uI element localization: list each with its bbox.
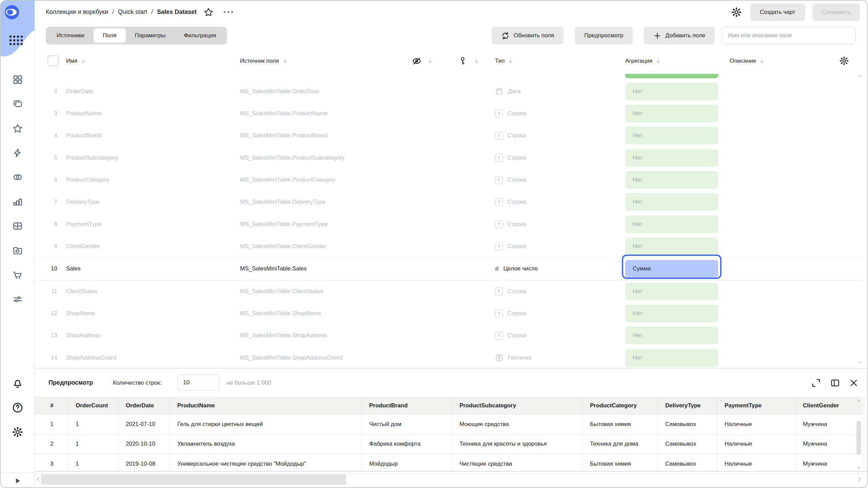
sort-arrow-icon[interactable] xyxy=(508,58,513,64)
save-button[interactable]: Сохранить xyxy=(812,3,860,21)
aggregation-select[interactable]: Нет xyxy=(625,149,718,167)
scroll-right-icon[interactable] xyxy=(856,476,862,482)
nav-dashboards-icon[interactable] xyxy=(10,220,25,232)
field-row-ClientGender[interactable]: 9ClientGenderMS_SalesMiniTable.ClientGen… xyxy=(35,235,863,257)
more-menu-icon[interactable] xyxy=(224,11,233,13)
field-row-ProductBrand[interactable]: 4ProductBrandMS_SalesMiniTable.ProductBr… xyxy=(35,125,863,147)
field-row-ClientStatus[interactable]: 11ClientStatusMS_SalesMiniTable.ClientSt… xyxy=(35,280,863,302)
field-row-ShopAddressCoord[interactable]: 14ShopAddressCoordMS_SalesMiniTable.Shop… xyxy=(35,347,863,368)
aggregation-select[interactable]: Нет xyxy=(625,105,718,122)
hidden-eye-icon[interactable] xyxy=(412,56,421,66)
nav-datasets-icon[interactable] xyxy=(10,171,25,183)
aggregation-select[interactable]: Нет xyxy=(625,127,718,144)
expand-sidebar-icon[interactable] xyxy=(14,477,22,485)
field-name[interactable]: ProductSubcategory xyxy=(66,147,118,169)
column-description[interactable]: Описание xyxy=(730,58,756,64)
sort-arrow-icon[interactable] xyxy=(474,58,479,64)
nav-storage-icon[interactable] xyxy=(10,245,25,256)
field-name[interactable]: ShopAddressCoord xyxy=(66,347,116,368)
field-type[interactable]: #Целое число xyxy=(495,258,538,280)
field-name[interactable]: ShopAddress xyxy=(66,325,101,347)
aggregation-select[interactable]: Нет xyxy=(625,238,718,255)
column-aggregation[interactable]: Агрегация xyxy=(625,58,652,64)
close-preview-icon[interactable] xyxy=(849,378,859,388)
breadcrumb-workbook[interactable]: Quick start xyxy=(118,8,147,16)
datalens-logo[interactable] xyxy=(4,5,19,20)
notifications-bell-icon[interactable] xyxy=(10,378,25,389)
vertical-scrollbar[interactable] xyxy=(856,396,862,472)
field-row-ShopAddress[interactable]: 13ShopAddressMS_SalesMiniTable.ShopAddre… xyxy=(35,325,863,347)
sort-arrow-icon[interactable] xyxy=(282,58,288,64)
nav-services-settings-icon[interactable] xyxy=(10,293,25,305)
nav-connections-icon[interactable] xyxy=(10,147,25,159)
field-name[interactable]: DeliveryType xyxy=(66,191,99,213)
sort-arrow-icon[interactable] xyxy=(656,58,661,64)
field-type[interactable]: Геоточка xyxy=(495,347,531,368)
field-search-input[interactable] xyxy=(722,27,856,44)
create-chart-button[interactable]: Создать чарт xyxy=(750,3,805,21)
scroll-up-icon[interactable] xyxy=(857,399,861,403)
sort-arrow-icon[interactable] xyxy=(428,58,433,64)
aggregation-select[interactable]: Нет xyxy=(625,171,718,189)
aggregation-select[interactable]: Нет xyxy=(625,327,718,344)
all-services-icon[interactable] xyxy=(9,36,23,45)
field-row-DeliveryType[interactable]: 7DeliveryTypeMS_SalesMiniTable.DeliveryT… xyxy=(35,191,863,213)
scroll-left-icon[interactable] xyxy=(36,476,41,482)
field-name[interactable]: OrderDate xyxy=(66,80,93,102)
field-name[interactable]: ClientGender xyxy=(66,235,100,257)
field-row-PaymentType[interactable]: 8PaymentTypeMS_SalesMiniTable.PaymentTyp… xyxy=(35,213,863,235)
settings-gear-icon[interactable] xyxy=(10,426,25,438)
field-row-ProductSubcategory[interactable]: 5ProductSubcategoryMS_SalesMiniTable.Pro… xyxy=(35,147,863,169)
sort-arrow-icon[interactable] xyxy=(760,58,765,64)
column-source[interactable]: Источник поля xyxy=(240,58,279,64)
field-name[interactable]: ClientStatus xyxy=(66,280,97,302)
horizontal-scrollbar-thumb[interactable] xyxy=(41,474,346,485)
nav-dashboard-icon[interactable] xyxy=(10,74,25,85)
dataset-settings-gear-icon[interactable] xyxy=(730,6,743,19)
help-icon[interactable] xyxy=(10,402,25,413)
refresh-fields-button[interactable]: Обновить поля xyxy=(492,27,564,44)
field-type[interactable]: TСтрока xyxy=(495,325,526,347)
field-name[interactable]: PaymentType xyxy=(66,213,101,235)
field-name[interactable]: ProductName xyxy=(66,102,101,124)
tab-3[interactable]: Фильтрация xyxy=(175,28,225,43)
field-type[interactable]: TСтрока xyxy=(495,169,526,191)
field-name[interactable]: ShopName xyxy=(66,302,95,324)
tab-2[interactable]: Параметры xyxy=(126,28,175,43)
field-type[interactable]: TСтрока xyxy=(495,213,526,235)
preview-button[interactable]: Предпросмотр xyxy=(575,27,633,44)
field-row-ProductName[interactable]: 3ProductNameMS_SalesMiniTable.ProductNam… xyxy=(35,102,863,124)
nav-marketplace-icon[interactable] xyxy=(10,269,25,281)
aggregation-select[interactable]: Нет xyxy=(625,283,718,300)
field-name[interactable]: ProductBrand xyxy=(66,125,101,147)
horizontal-scrollbar[interactable] xyxy=(35,474,863,485)
expand-preview-icon[interactable] xyxy=(811,378,821,388)
field-type[interactable]: Дата xyxy=(495,80,521,102)
nav-charts-icon[interactable] xyxy=(10,196,25,207)
tab-1[interactable]: Поля xyxy=(94,28,125,43)
scroll-down-icon[interactable] xyxy=(857,466,861,470)
row-count-input[interactable] xyxy=(177,374,220,391)
select-all-checkbox[interactable] xyxy=(47,55,59,66)
field-type[interactable]: TСтрока xyxy=(495,147,526,169)
split-view-icon[interactable] xyxy=(830,378,840,388)
field-type[interactable]: TСтрока xyxy=(495,102,526,124)
column-name[interactable]: Имя xyxy=(66,58,77,64)
sort-arrow-icon[interactable] xyxy=(81,58,86,64)
nav-collections-icon[interactable] xyxy=(10,98,25,110)
breadcrumb-collections[interactable]: Коллекции и воркбуки xyxy=(46,8,108,16)
field-row-Sales[interactable]: 10SalesMS_SalesMiniTable.Sales#Целое чис… xyxy=(35,258,863,280)
field-type[interactable]: TСтрока xyxy=(495,125,526,147)
field-row-OrderDate[interactable]: 2OrderDateMS_SalesMiniTable.OrderDateДат… xyxy=(35,80,863,102)
aggregation-select[interactable]: Нет xyxy=(625,193,718,211)
aggregation-select[interactable]: Нет xyxy=(625,349,718,367)
field-type[interactable]: TСтрока xyxy=(495,191,526,213)
field-row-ProductCategory[interactable]: 6ProductCategoryMS_SalesMiniTable.Produc… xyxy=(35,169,863,191)
aggregation-select[interactable]: Нет xyxy=(625,83,718,100)
field-row-ShopName[interactable]: 12ShopNameMS_SalesMiniTable.ShopNameTСтр… xyxy=(35,302,863,324)
field-name[interactable]: Sales xyxy=(66,258,81,280)
field-type[interactable]: TСтрока xyxy=(495,280,526,302)
field-name[interactable]: ProductCategory xyxy=(66,169,110,191)
scroll-up-icon[interactable] xyxy=(858,73,862,78)
add-field-button[interactable]: Добавить поле xyxy=(644,27,715,44)
